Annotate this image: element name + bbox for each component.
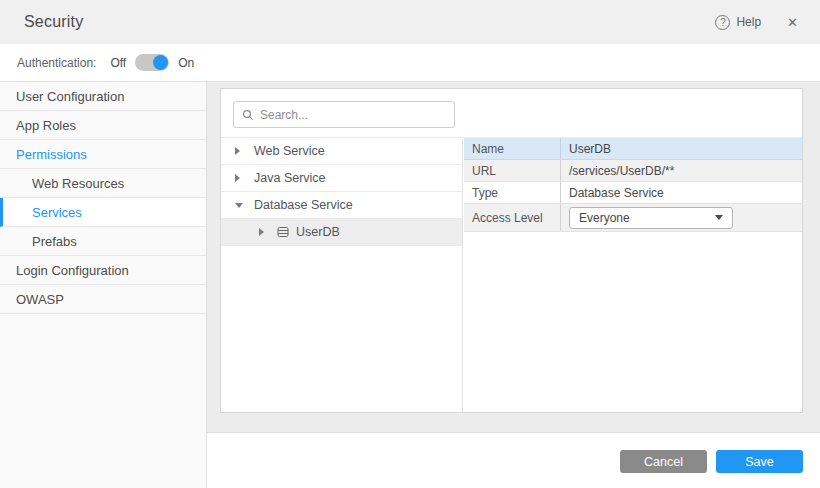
tree-item-java-service[interactable]: Java Service xyxy=(221,165,462,192)
help-label: Help xyxy=(736,15,761,29)
service-details-table: Name UserDB URL /services/UserDB/** Type… xyxy=(464,137,802,232)
expand-arrow-icon[interactable] xyxy=(259,228,269,236)
search-input[interactable] xyxy=(260,108,454,122)
chevron-down-icon xyxy=(715,215,723,220)
security-dialog: Security ? Help ✕ Authentication: Off On… xyxy=(0,0,820,488)
dialog-header: Security ? Help ✕ xyxy=(0,0,820,44)
sidebar-item-web-resources[interactable]: Web Resources xyxy=(0,169,206,198)
service-tree: Web Service Java Service Database Servic… xyxy=(221,137,463,412)
search-box xyxy=(233,101,455,128)
collapse-arrow-icon[interactable] xyxy=(235,203,245,208)
sidebar-item-services[interactable]: Services xyxy=(0,198,206,227)
close-icon[interactable]: ✕ xyxy=(787,15,798,30)
search-icon xyxy=(242,109,254,121)
toggle-on-label: On xyxy=(178,56,194,70)
settings-sidebar: User Configuration App Roles Permissions… xyxy=(0,82,207,488)
dialog-footer: Cancel Save xyxy=(207,432,820,488)
sidebar-item-login-configuration[interactable]: Login Configuration xyxy=(0,256,206,285)
authentication-label: Authentication: xyxy=(17,56,96,70)
page-title: Security xyxy=(24,13,83,31)
expand-arrow-icon[interactable] xyxy=(235,174,245,182)
row-label: Type xyxy=(464,182,561,203)
row-label: Access Level xyxy=(464,204,561,231)
sidebar-item-owasp[interactable]: OWASP xyxy=(0,285,206,314)
tree-item-userdb[interactable]: UserDB xyxy=(221,219,462,246)
expand-arrow-icon[interactable] xyxy=(235,147,245,155)
table-row-name: Name UserDB xyxy=(464,138,802,160)
toggle-off-label: Off xyxy=(110,56,126,70)
cancel-button[interactable]: Cancel xyxy=(620,450,707,473)
table-row-type: Type Database Service xyxy=(464,182,802,204)
sidebar-item-permissions[interactable]: Permissions xyxy=(0,140,206,169)
content-area: Web Service Java Service Database Servic… xyxy=(207,82,820,488)
header-actions: ? Help ✕ xyxy=(715,15,804,30)
toggle-knob xyxy=(153,55,168,70)
help-button[interactable]: ? Help xyxy=(715,15,761,30)
sidebar-item-user-configuration[interactable]: User Configuration xyxy=(0,82,206,111)
tree-item-database-service[interactable]: Database Service xyxy=(221,192,462,219)
row-value: /services/UserDB/** xyxy=(561,160,802,181)
access-level-dropdown[interactable]: Everyone xyxy=(569,207,733,229)
authentication-row: Authentication: Off On xyxy=(0,44,820,82)
row-label: URL xyxy=(464,160,561,181)
dropdown-selected-value: Everyone xyxy=(579,211,630,225)
database-icon xyxy=(277,226,289,238)
row-label: Name xyxy=(464,138,561,159)
row-value: UserDB xyxy=(561,138,802,159)
authentication-toggle[interactable] xyxy=(135,54,169,71)
row-value: Database Service xyxy=(561,182,802,203)
tree-item-web-service[interactable]: Web Service xyxy=(221,138,462,165)
sidebar-item-app-roles[interactable]: App Roles xyxy=(0,111,206,140)
table-row-access-level: Access Level Everyone xyxy=(464,204,802,232)
table-row-url: URL /services/UserDB/** xyxy=(464,160,802,182)
sidebar-item-prefabs[interactable]: Prefabs xyxy=(0,227,206,256)
save-button[interactable]: Save xyxy=(716,450,803,473)
help-icon: ? xyxy=(715,15,730,30)
services-panel: Web Service Java Service Database Servic… xyxy=(220,88,803,413)
